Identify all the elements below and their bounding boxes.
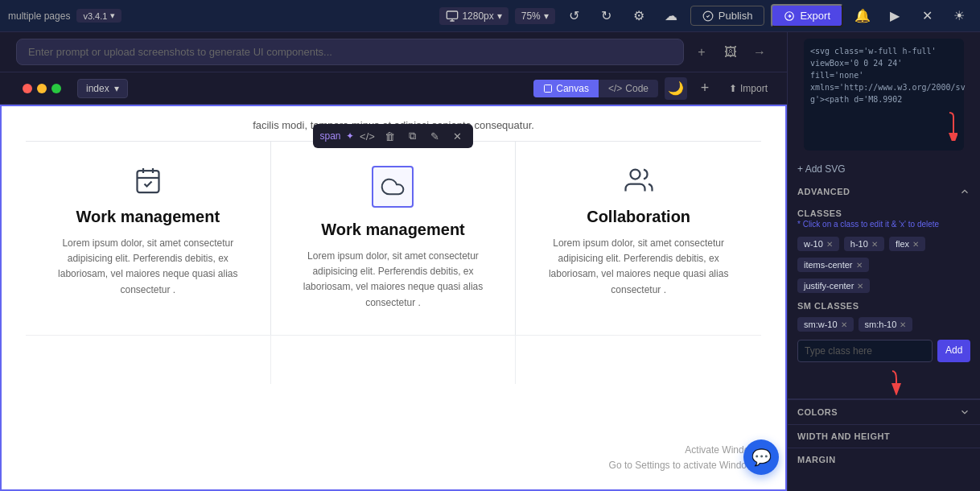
svg-code-text: <svg class='w-full h-full' viewBox='0 0 … bbox=[810, 45, 957, 105]
feature-desc-1: Lorem ipsum dolor, sit amet consectetur … bbox=[42, 236, 254, 298]
input-arrow bbox=[788, 367, 980, 395]
settings-icon[interactable]: ⚙ bbox=[626, 3, 652, 29]
work-management-icon-1 bbox=[42, 166, 254, 195]
class-tag-w10[interactable]: w-10 ✕ bbox=[797, 237, 839, 251]
canvas-inner: facilis modi, tempore minus et adipisci … bbox=[2, 106, 785, 489]
tab-bar: index ▾ Canvas </> Code 🌙 + ⬆ Import bbox=[0, 72, 787, 105]
right-panel: <svg class='w-full h-full' viewBox='0 0 … bbox=[787, 32, 980, 491]
add-prompt-icon[interactable]: + bbox=[690, 41, 713, 64]
canvas-frame: facilis modi, tempore minus et adipisci … bbox=[0, 105, 787, 491]
publish-button[interactable]: Publish bbox=[690, 6, 765, 26]
version-badge[interactable]: v3.4.1 ▾ bbox=[76, 9, 121, 23]
view-toggle: Canvas </> Code bbox=[533, 80, 658, 97]
remove-sm-w10[interactable]: ✕ bbox=[841, 320, 847, 329]
chat-bubble[interactable]: 💬 bbox=[743, 439, 779, 475]
canvas-container: Enter prompt or upload screenshots to ge… bbox=[0, 32, 787, 491]
classes-label: CLASSES bbox=[788, 204, 980, 220]
sm-classes-label: SM CLASSES bbox=[788, 296, 980, 314]
cloud-upload-icon[interactable]: ☁ bbox=[658, 3, 684, 29]
redo-button[interactable]: ↻ bbox=[594, 3, 620, 29]
send-prompt-icon[interactable]: → bbox=[748, 41, 771, 64]
image-upload-icon[interactable]: 🖼 bbox=[719, 41, 742, 64]
sm-class-tag-w10[interactable]: sm:w-10 ✕ bbox=[797, 317, 854, 332]
collapse-icon bbox=[959, 186, 970, 197]
class-tags-2: items-center ✕ bbox=[788, 254, 980, 275]
class-tag-justify-center[interactable]: justify-center ✕ bbox=[797, 279, 870, 293]
add-class-button[interactable]: Add bbox=[937, 340, 970, 362]
remove-w10[interactable]: ✕ bbox=[826, 240, 833, 249]
brightness-icon[interactable]: ☀ bbox=[946, 3, 972, 29]
add-svg-button[interactable]: + Add SVG bbox=[788, 159, 980, 179]
feature-desc-3: Lorem ipsum dolor, sit amet consectetur … bbox=[532, 236, 745, 298]
class-tags: w-10 ✕ h-10 ✕ flex ✕ bbox=[788, 233, 980, 254]
advanced-header[interactable]: ADVANCED bbox=[788, 179, 980, 204]
canvas-icon bbox=[543, 84, 553, 93]
red-arrow-icon bbox=[925, 109, 957, 141]
remove-flex[interactable]: ✕ bbox=[912, 240, 919, 249]
monitor-icon bbox=[446, 10, 459, 23]
features-grid: Work management Lorem ipsum dolor, sit a… bbox=[26, 141, 761, 335]
collaboration-icon bbox=[532, 166, 745, 195]
windows-line1: Activate Windows bbox=[609, 443, 761, 458]
svg-code-box: <svg class='w-full h-full' viewBox='0 0 … bbox=[804, 39, 964, 151]
zoom-selector[interactable]: 75% ▾ bbox=[515, 8, 555, 24]
colors-expand-icon bbox=[959, 406, 970, 418]
feature-title-1: Work management bbox=[42, 208, 254, 226]
features-grid-partial bbox=[26, 335, 761, 384]
sm-class-tag-h10[interactable]: sm:h-10 ✕ bbox=[859, 317, 913, 332]
app-name: multiple pages bbox=[8, 10, 70, 22]
margin-section: MARGIN bbox=[788, 448, 980, 471]
ai-prompt-input[interactable]: Enter prompt or upload screenshots to ge… bbox=[16, 39, 684, 65]
export-icon bbox=[784, 10, 795, 22]
colors-section[interactable]: COLORS bbox=[788, 399, 980, 424]
dark-mode-toggle[interactable]: 🌙 bbox=[665, 77, 687, 100]
class-tags-3: justify-center ✕ bbox=[788, 275, 980, 296]
advanced-section: ADVANCED CLASSES * Click on a class to e… bbox=[788, 179, 980, 399]
notification-icon[interactable]: 🔔 bbox=[850, 3, 875, 29]
remove-justify-center[interactable]: ✕ bbox=[857, 282, 863, 291]
svg-rect-0 bbox=[447, 11, 458, 19]
class-tag-items-center[interactable]: items-center ✕ bbox=[797, 258, 869, 272]
traffic-red bbox=[23, 84, 32, 93]
element-toolbar: span ✦ </> 🗑 ⧉ ✎ ✕ bbox=[313, 124, 472, 148]
cloud-icon bbox=[380, 174, 406, 200]
feature-title-2: Work management bbox=[287, 221, 500, 239]
remove-sm-h10[interactable]: ✕ bbox=[900, 320, 906, 329]
svg-rect-2 bbox=[545, 85, 552, 92]
class-tag-flex[interactable]: flex ✕ bbox=[889, 237, 925, 251]
play-icon[interactable]: ▶ bbox=[882, 3, 908, 29]
traffic-green bbox=[51, 84, 61, 93]
edit-action[interactable]: ✎ bbox=[426, 127, 444, 145]
classes-hint[interactable]: * Click on a class to edit it & 'x' to d… bbox=[788, 220, 980, 233]
undo-button[interactable]: ↺ bbox=[562, 3, 587, 29]
class-input-field[interactable] bbox=[797, 340, 933, 362]
device-selector[interactable]: 1280px ▾ bbox=[439, 7, 508, 25]
feature-partial-3 bbox=[516, 336, 761, 384]
code-action[interactable]: </> bbox=[359, 127, 377, 145]
close-icon[interactable]: ✕ bbox=[914, 3, 940, 29]
highlighted-element bbox=[372, 166, 414, 208]
close-action[interactable]: ✕ bbox=[449, 127, 467, 145]
feature-title-3: Collaboration bbox=[532, 208, 745, 226]
feature-card-1: Work management Lorem ipsum dolor, sit a… bbox=[26, 142, 271, 335]
feature-card-2: span ✦ </> 🗑 ⧉ ✎ ✕ bbox=[271, 142, 517, 335]
export-button[interactable]: Export bbox=[771, 4, 843, 27]
canvas-view-btn[interactable]: Canvas bbox=[533, 80, 599, 97]
sm-class-tags: sm:w-10 ✕ sm:h-10 ✕ bbox=[788, 314, 980, 335]
remove-items-center[interactable]: ✕ bbox=[856, 261, 863, 270]
feature-desc-2: Lorem ipsum dolor, sit amet consectetur … bbox=[287, 249, 500, 311]
copy-action[interactable]: ⧉ bbox=[404, 127, 422, 145]
add-tab-button[interactable]: + bbox=[694, 77, 716, 100]
import-button[interactable]: ⬆ Import bbox=[723, 80, 774, 97]
delete-action[interactable]: 🗑 bbox=[381, 127, 399, 145]
traffic-lights bbox=[13, 77, 71, 100]
remove-h10[interactable]: ✕ bbox=[871, 240, 878, 249]
svg-point-7 bbox=[630, 170, 640, 179]
page-tab[interactable]: index ▾ bbox=[77, 79, 128, 98]
top-toolbar: multiple pages v3.4.1 ▾ 1280px ▾ 75% ▾ ↺… bbox=[0, 0, 980, 32]
red-arrow-down-icon bbox=[864, 367, 904, 395]
arrow-indicator bbox=[810, 109, 957, 144]
class-tag-h10[interactable]: h-10 ✕ bbox=[844, 237, 884, 251]
code-view-btn[interactable]: </> Code bbox=[599, 80, 658, 97]
traffic-yellow bbox=[37, 84, 47, 93]
